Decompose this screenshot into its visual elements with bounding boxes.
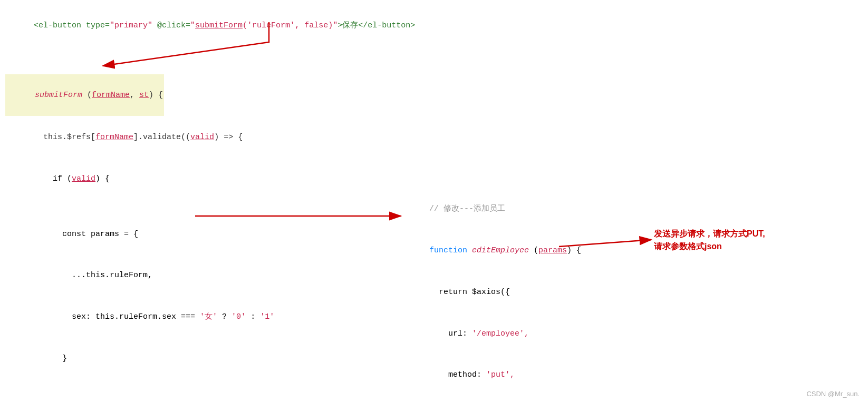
code-line-empty-1 bbox=[5, 47, 415, 61]
right-line-url: url: '/employee', bbox=[401, 313, 581, 355]
right-line-data: data: { ...params } bbox=[401, 396, 581, 402]
watermark: CSDN @Mr_sun. bbox=[806, 390, 860, 398]
code-line-6: if (valid) { bbox=[5, 158, 415, 200]
code-line-empty-2 bbox=[5, 61, 415, 74]
right-line-comment: // 修改---添加员工 bbox=[401, 189, 581, 230]
code-line-5: this.$refs[formName].validate((valid) =>… bbox=[5, 117, 415, 159]
right-code-panel: // 修改---添加员工 function editEmployee (para… bbox=[401, 189, 581, 402]
right-line-return: return $axios({ bbox=[401, 272, 581, 313]
code-line-9: ...this.ruleForm, bbox=[5, 255, 415, 297]
code-line-8: const params = { bbox=[5, 213, 415, 255]
code-line-10: sex: this.ruleForm.sex === '女' ? '0' : '… bbox=[5, 297, 415, 338]
code-line-submitform: submitForm (formName, st) { bbox=[5, 74, 164, 116]
right-line-func: function editEmployee (params) { bbox=[401, 230, 581, 272]
code-line-13: editEmployee(params).then(res => { bbox=[5, 394, 415, 403]
code-line-11: } bbox=[5, 338, 415, 380]
annotation-text: 发送异步请求，请求方式PUT, 请求参数格式json bbox=[654, 228, 765, 253]
right-line-method: method: 'put', bbox=[401, 355, 581, 396]
code-line-1: <el-button type="primary" @click="submit… bbox=[5, 5, 415, 47]
